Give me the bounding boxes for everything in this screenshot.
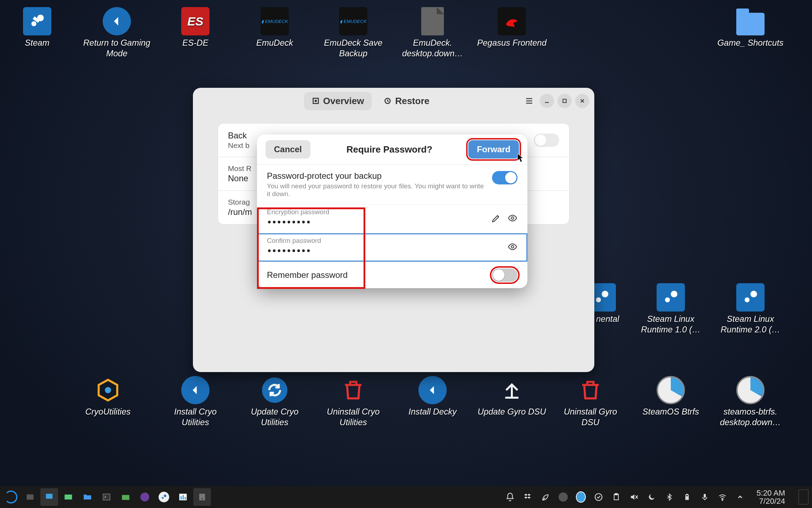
svg-point-21 xyxy=(141,493,149,502)
show-desktop-button[interactable] xyxy=(799,490,808,504)
row-label: Storag xyxy=(228,198,252,206)
dialog-header: Cancel Require Password? Forward xyxy=(257,135,527,164)
field-label: Confirm password xyxy=(267,237,501,245)
desktop-icon-steam[interactable]: Steam xyxy=(2,7,73,48)
cycle-icon xyxy=(261,376,289,404)
backup-auto-toggle[interactable] xyxy=(534,133,559,147)
desktop-icon-emudeck[interactable]: ◖ EMUDECK EmuDeck xyxy=(239,7,310,48)
desktop-icon-update-gyro[interactable]: Update Gyro DSU xyxy=(476,376,547,417)
maximize-button[interactable] xyxy=(557,94,572,108)
desktop-icon-label: EmuDeck Save Backup xyxy=(318,38,389,59)
desktop-icon-label: Uninstall Gyro DSU xyxy=(555,406,626,428)
clipboard-icon[interactable] xyxy=(611,492,621,502)
svg-rect-27 xyxy=(185,497,186,500)
desktop-icon-label: Install Decky xyxy=(408,406,457,417)
taskbar-app-settings[interactable] xyxy=(117,488,135,506)
chevron-up-icon[interactable] xyxy=(735,492,745,502)
section-password-protect: Password-protect your backup You will ne… xyxy=(257,164,527,204)
notification-icon[interactable] xyxy=(505,492,515,502)
svg-point-3 xyxy=(596,297,601,302)
emudeck-icon: ◖ EMUDECK xyxy=(261,7,289,35)
desktop-icon-return-gaming[interactable]: Return to Gaming Mode xyxy=(81,7,152,59)
desktop-icon-label: Uninstall Cryo Utilities xyxy=(318,406,389,428)
confirm-password-input[interactable] xyxy=(267,245,503,257)
svg-point-5 xyxy=(665,297,670,302)
compass-icon[interactable] xyxy=(576,492,586,502)
tab-overview[interactable]: Overview xyxy=(304,92,372,110)
tab-label: Restore xyxy=(395,96,429,107)
restore-icon xyxy=(384,97,391,105)
taskbar-app-terminal[interactable] xyxy=(98,488,115,506)
return-icon xyxy=(103,7,131,35)
desktop-icon-steamos-btrfs[interactable]: SteamOS Btrfs xyxy=(635,376,706,417)
row-value: /run/m xyxy=(228,207,252,217)
wifi-icon[interactable] xyxy=(717,492,727,502)
desktop-icon-install-cryo[interactable]: Install Cryo Utilities xyxy=(160,376,231,428)
taskbar-app-partition[interactable] xyxy=(59,488,77,506)
eye-icon[interactable] xyxy=(508,213,517,223)
taskbar-app-files[interactable] xyxy=(79,488,96,506)
cancel-button[interactable]: Cancel xyxy=(265,140,310,159)
update-icon[interactable] xyxy=(594,492,604,502)
desktop-icon-steam-rt2[interactable]: Steam Linux Runtime 2.0 (… xyxy=(715,283,786,335)
field-encryption-password[interactable]: Encryption password xyxy=(257,204,527,233)
field-confirm-password[interactable]: Confirm password xyxy=(257,233,527,262)
desktop-icon-uninstall-cryo[interactable]: Uninstall Cryo Utilities xyxy=(318,376,389,428)
svg-rect-34 xyxy=(687,494,688,495)
desktop-icon-emudeck-download[interactable]: EmuDeck. desktop.down… xyxy=(397,7,468,59)
taskbar-app-monitor[interactable] xyxy=(174,488,192,506)
desktop-icon-label: steamos-btrfs. desktop.down… xyxy=(715,406,786,428)
taskbar: 5:20 AM 7/20/24 xyxy=(0,486,812,508)
steam-tray-icon[interactable] xyxy=(558,492,568,502)
desktop-icon-cryoutilities[interactable]: CryoUtilities xyxy=(73,376,143,417)
svg-rect-18 xyxy=(65,495,72,500)
svg-point-15 xyxy=(511,217,514,219)
desktop-icon-label: CryoUtilities xyxy=(85,406,131,417)
desktop-icon-steam-rt1[interactable]: Steam Linux Runtime 1.0 (… xyxy=(635,283,706,335)
forward-button[interactable]: Forward xyxy=(468,140,519,159)
trash-icon xyxy=(576,376,605,404)
svg-point-7 xyxy=(745,297,750,302)
pencil-icon[interactable] xyxy=(491,213,501,223)
taskbar-app-backups[interactable] xyxy=(193,488,211,506)
desktop-icon-update-cryo[interactable]: Update Cryo Utilities xyxy=(239,376,310,428)
microphone-icon[interactable] xyxy=(700,492,710,502)
password-protect-toggle[interactable] xyxy=(492,171,517,184)
desktop-icon-uninstall-gyro[interactable]: Uninstall Gyro DSU xyxy=(555,376,626,428)
eye-icon[interactable] xyxy=(508,242,517,252)
svg-point-8 xyxy=(750,291,757,297)
svg-point-16 xyxy=(511,246,514,248)
battery-icon[interactable] xyxy=(682,492,692,502)
desktop-icon-label: Steam Linux Runtime 1.0 (… xyxy=(635,314,706,335)
night-icon[interactable] xyxy=(647,492,657,502)
leaf-icon[interactable] xyxy=(541,492,550,502)
desktop-icon-steamos-btrfs-down[interactable]: steamos-btrfs. desktop.down… xyxy=(715,376,786,428)
desktop-icon-game-shortcuts[interactable]: Game_ Shortcuts xyxy=(715,7,786,48)
tab-restore[interactable]: Restore xyxy=(376,92,437,110)
dropbox-icon[interactable] xyxy=(523,492,533,502)
svg-rect-14 xyxy=(563,99,566,102)
desktop-icon-pegasus[interactable]: Pegasus Frontend xyxy=(476,7,547,48)
taskbar-app-steam[interactable] xyxy=(155,488,173,506)
remember-label: Remember password xyxy=(267,270,348,280)
app-launcher-button[interactable] xyxy=(2,488,20,506)
close-button[interactable] xyxy=(575,94,589,108)
desktop-icon-esde[interactable]: ES ES-DE xyxy=(160,7,231,48)
remember-password-toggle[interactable] xyxy=(492,268,517,282)
taskbar-app-firefox[interactable] xyxy=(136,488,154,506)
encryption-password-input[interactable] xyxy=(267,216,486,228)
desktop-icon-emudeck-save[interactable]: ◖ EMUDECK EmuDeck Save Backup xyxy=(318,7,389,59)
volume-muted-icon[interactable] xyxy=(629,492,639,502)
minimize-button[interactable] xyxy=(540,94,554,108)
arrow-left-circle-icon xyxy=(181,376,210,404)
folder-icon xyxy=(736,7,765,35)
clock[interactable]: 5:20 AM 7/20/24 xyxy=(753,489,789,505)
hamburger-menu-button[interactable] xyxy=(522,94,536,108)
section-subtitle: You will need your password to restore y… xyxy=(267,182,485,198)
task-manager-icon[interactable] xyxy=(21,488,39,506)
row-value: None xyxy=(228,173,252,183)
bluetooth-icon[interactable] xyxy=(664,492,674,502)
desktop-icon-label: SteamOS Btrfs xyxy=(642,406,699,417)
desktop-icon-install-decky[interactable]: Install Decky xyxy=(397,376,468,417)
taskbar-app-discover[interactable] xyxy=(40,488,58,506)
